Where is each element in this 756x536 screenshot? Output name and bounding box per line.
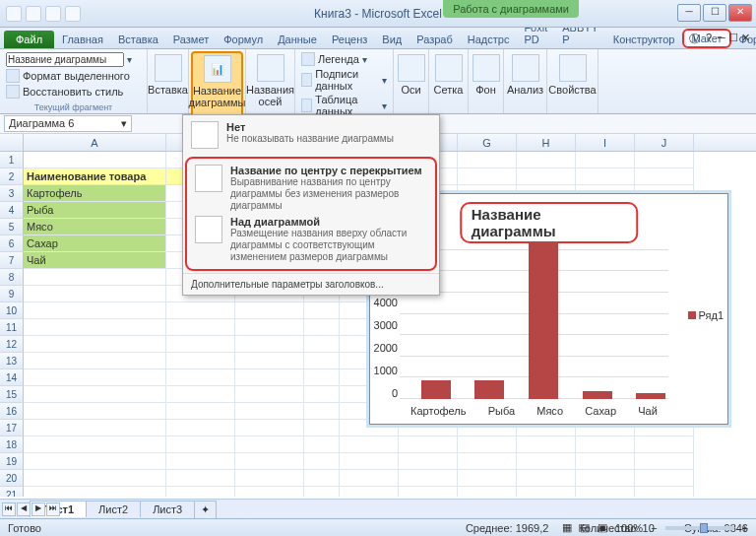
cell[interactable] — [304, 386, 340, 403]
cell[interactable] — [235, 369, 304, 386]
new-sheet-button[interactable]: ✦ — [194, 501, 217, 518]
tab-layout[interactable]: Размет — [166, 31, 216, 48]
cell[interactable] — [304, 369, 340, 386]
row-header[interactable]: 9 — [0, 286, 24, 302]
tab-data[interactable]: Данные — [271, 31, 324, 48]
cell[interactable] — [235, 319, 304, 336]
cell[interactable] — [235, 420, 304, 436]
cell[interactable] — [340, 487, 399, 497]
cell[interactable]: Мясо — [24, 219, 166, 235]
insert-button[interactable]: Вставка — [154, 52, 182, 98]
cell[interactable] — [576, 453, 635, 470]
row-header[interactable]: 3 — [0, 185, 24, 202]
cell[interactable] — [235, 470, 304, 487]
row-header[interactable]: 11 — [0, 319, 24, 336]
cell[interactable] — [166, 453, 235, 470]
cell[interactable] — [235, 403, 304, 420]
cell[interactable] — [24, 453, 166, 470]
cell[interactable] — [576, 152, 635, 168]
cell[interactable]: Сахар — [24, 235, 166, 252]
cell[interactable] — [166, 336, 235, 353]
cell[interactable] — [304, 470, 340, 487]
cell[interactable] — [340, 470, 399, 487]
row-header[interactable]: 8 — [0, 269, 24, 286]
cell[interactable] — [517, 453, 576, 470]
zoom-slider[interactable] — [665, 526, 734, 530]
cell[interactable] — [166, 403, 235, 420]
view-layout-icon[interactable]: ▤ — [580, 521, 590, 534]
cell[interactable] — [458, 436, 517, 453]
col-header[interactable]: H — [517, 134, 576, 151]
tab-formulas[interactable]: Формул — [217, 31, 270, 48]
chart-bar[interactable] — [583, 391, 612, 399]
cell[interactable] — [576, 168, 635, 185]
cell[interactable]: Картофель — [24, 185, 166, 202]
cell[interactable] — [235, 453, 304, 470]
minimize-button[interactable]: ─ — [677, 4, 701, 22]
cell[interactable] — [458, 152, 517, 168]
row-header[interactable]: 5 — [0, 219, 24, 235]
cell[interactable] — [635, 470, 694, 487]
reset-style[interactable]: Восстановить стиль — [6, 85, 141, 99]
cell[interactable] — [517, 470, 576, 487]
cell[interactable] — [340, 453, 399, 470]
cell[interactable] — [24, 436, 166, 453]
chart-legend[interactable]: Ряд1 — [688, 309, 724, 321]
tab-addins[interactable]: Надстрс — [461, 31, 517, 48]
zoom-level[interactable]: 100% — [615, 522, 643, 534]
cell[interactable] — [166, 420, 235, 436]
analysis-button[interactable]: Анализ — [510, 52, 540, 98]
cell[interactable] — [517, 487, 576, 497]
cell[interactable] — [235, 353, 304, 369]
next-sheet-button[interactable]: ▶ — [32, 502, 45, 516]
cell[interactable] — [458, 453, 517, 470]
properties-button[interactable]: Свойства — [553, 52, 592, 98]
save-icon[interactable] — [26, 6, 41, 22]
redo-icon[interactable] — [65, 6, 81, 22]
legend-button[interactable]: Легенда ▾ — [301, 52, 387, 66]
cell[interactable] — [24, 369, 166, 386]
cell[interactable] — [166, 353, 235, 369]
cell[interactable] — [458, 470, 517, 487]
cell[interactable] — [517, 168, 576, 185]
cell[interactable] — [304, 420, 340, 436]
cell[interactable] — [24, 319, 166, 336]
axes-button[interactable]: Оси — [400, 52, 422, 98]
cell[interactable] — [24, 420, 166, 436]
cell[interactable] — [24, 269, 166, 286]
sheet-tab-3[interactable]: Лист3 — [140, 501, 195, 517]
cell[interactable] — [304, 319, 340, 336]
cell[interactable] — [517, 152, 576, 168]
close-button[interactable]: ✕ — [728, 4, 752, 22]
cell[interactable] — [24, 470, 166, 487]
tab-developer[interactable]: Разраб — [410, 31, 460, 48]
dd-above[interactable]: Над диаграммойРазмещение названия вверху… — [195, 216, 427, 263]
cell[interactable]: Чай — [24, 252, 166, 269]
col-header[interactable]: I — [576, 134, 635, 151]
cell[interactable]: Наименование товара — [24, 168, 166, 185]
select-all-corner[interactable] — [0, 134, 24, 151]
cell[interactable] — [24, 353, 166, 369]
cell[interactable] — [304, 302, 340, 319]
cell[interactable] — [24, 302, 166, 319]
row-header[interactable]: 14 — [0, 369, 24, 386]
cell[interactable] — [635, 152, 694, 168]
cell[interactable] — [24, 152, 166, 168]
row-header[interactable]: 21 — [0, 487, 24, 497]
row-header[interactable]: 19 — [0, 453, 24, 470]
undo-icon[interactable] — [45, 6, 61, 22]
first-sheet-button[interactable]: ⏮ — [2, 502, 16, 516]
row-header[interactable]: 12 — [0, 336, 24, 353]
cell[interactable] — [635, 453, 694, 470]
cell[interactable] — [166, 436, 235, 453]
row-header[interactable]: 1 — [0, 152, 24, 168]
axis-titles-button[interactable]: Названия осей — [252, 52, 288, 109]
cell[interactable] — [166, 302, 235, 319]
tab-home[interactable]: Главная — [55, 31, 110, 48]
chart-bar[interactable] — [636, 393, 665, 399]
cell[interactable] — [304, 353, 340, 369]
row-header[interactable]: 13 — [0, 353, 24, 369]
file-tab[interactable]: Файл — [4, 31, 54, 48]
view-normal-icon[interactable]: ▦ — [562, 521, 572, 534]
zoom-in-button[interactable]: + — [742, 522, 748, 534]
